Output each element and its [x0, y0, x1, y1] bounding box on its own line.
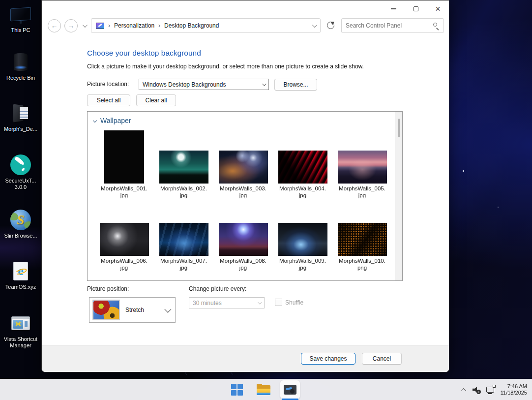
wallpaper-star: [498, 207, 499, 208]
change-picture-select: 30 minutes: [189, 297, 265, 308]
window-x-icon: [11, 312, 30, 335]
breadcrumb[interactable]: › Personalization › Desktop Background: [91, 18, 321, 33]
save-changes-button[interactable]: Save changes: [301, 353, 355, 365]
search-input[interactable]: [346, 22, 433, 29]
chevron-down-icon: [262, 82, 266, 86]
personalization-app-icon: [284, 385, 296, 395]
close-icon: ×: [435, 4, 441, 13]
start-button[interactable]: [227, 380, 247, 399]
collapse-chevron-icon[interactable]: [93, 119, 97, 123]
recycle-bin-icon: [14, 51, 28, 73]
browse-button[interactable]: Browse...: [274, 79, 317, 91]
picture-location-select[interactable]: Windows Desktop Backgrounds: [139, 79, 269, 90]
system-tray: × 7:46 AM 11/18/2025: [463, 379, 527, 400]
dialog-footer: Save changes Cancel: [42, 345, 449, 372]
wallpaper-filename: MorphsWalls_006.jpg: [101, 257, 148, 271]
wallpaper-item[interactable]: MorphsWalls_009.jpg: [273, 223, 332, 271]
desktop-icon-label: Recycle Bin: [6, 75, 35, 81]
shuffle-label: Shuffle: [285, 299, 303, 306]
wallpaper-item[interactable]: MorphsWalls_007.jpg: [154, 223, 213, 271]
select-all-button[interactable]: Select all: [87, 94, 130, 106]
desktop-icon-slimbrowser[interactable]: S SlimBrowse...: [0, 209, 41, 239]
desktop-icon-morphs-de[interactable]: Morph's_De...: [0, 102, 41, 132]
wallpaper-filename: MorphsWalls_002.jpg: [160, 185, 207, 199]
back-button[interactable]: ←: [48, 19, 61, 32]
wallpaper-thumbnail[interactable]: [338, 223, 387, 256]
forward-arrow-icon: →: [68, 22, 75, 30]
wallpaper-filename: MorphsWalls_010.png: [339, 257, 385, 271]
picture-location-value: Windows Desktop Backgrounds: [143, 81, 226, 88]
network-icon[interactable]: [486, 387, 494, 393]
page-title: Choose your desktop background: [87, 49, 201, 58]
search-box[interactable]: [341, 18, 444, 33]
wallpaper-filename: MorphsWalls_001.jpg: [101, 185, 148, 199]
forward-button[interactable]: →: [64, 19, 78, 32]
wallpaper-filename: MorphsWalls_004.jpg: [279, 185, 326, 199]
wallpaper-item[interactable]: MorphsWalls_002.jpg: [154, 130, 213, 199]
wallpaper-item[interactable]: MorphsWalls_006.jpg: [94, 223, 154, 271]
wallpaper-filename: MorphsWalls_009.jpg: [279, 257, 326, 271]
picture-location-label: Picture location:: [87, 81, 129, 88]
wallpaper-filename: MorphsWalls_003.jpg: [220, 185, 266, 199]
wallpaper-thumbnail[interactable]: [159, 151, 208, 184]
desktop-icon-label: SlimBrowse...: [4, 233, 37, 239]
internet-shortcut-icon: e: [13, 260, 28, 282]
taskbar: × 7:46 AM 11/18/2025: [0, 379, 532, 400]
shuffle-checkbox: [275, 299, 282, 306]
minimize-button[interactable]: [383, 0, 405, 17]
desktop-icon-vista-shortcut-manager[interactable]: Vista Shortcut Manager: [0, 312, 41, 349]
close-button[interactable]: ×: [427, 0, 449, 17]
wallpaper-thumbnail[interactable]: [104, 130, 144, 184]
wallpaper-gallery[interactable]: Wallpaper MorphsWalls_001.jpg MorphsWall…: [87, 111, 403, 281]
wallpaper-item[interactable]: MorphsWalls_003.jpg: [213, 130, 273, 199]
control-panel-taskbar-button[interactable]: [280, 380, 300, 399]
shuffle-option: Shuffle: [275, 299, 303, 306]
breadcrumb-separator: ›: [158, 22, 160, 29]
picture-position-label: Picture position:: [87, 285, 129, 292]
maximize-button[interactable]: [405, 0, 427, 17]
title-bar[interactable]: ×: [42, 0, 449, 17]
cancel-button[interactable]: Cancel: [362, 353, 402, 365]
desktop-icon-recycle-bin[interactable]: Recycle Bin: [0, 51, 41, 81]
wallpaper-thumbnail[interactable]: [219, 151, 268, 184]
wallpaper-item[interactable]: MorphsWalls_004.jpg: [273, 130, 332, 199]
page-subtitle: Click a picture to make it your desktop …: [87, 63, 364, 70]
wallpaper-item[interactable]: MorphsWalls_001.jpg: [94, 130, 154, 199]
hidden-icons-chevron-icon[interactable]: [461, 388, 466, 393]
clear-all-button[interactable]: Clear all: [136, 94, 176, 106]
wallpaper-thumbnail[interactable]: [278, 151, 327, 184]
wallpaper-group-header[interactable]: Wallpaper: [93, 116, 402, 125]
volume-muted-icon[interactable]: ×: [473, 387, 480, 393]
file-explorer-button[interactable]: [254, 380, 273, 399]
address-dropdown-chevron-icon[interactable]: [312, 23, 317, 28]
wallpaper-thumbnail[interactable]: [100, 223, 149, 256]
breadcrumb-item-desktop-background[interactable]: Desktop Background: [164, 22, 219, 29]
desktop: { "desktop": { "icons": [ { "label": "Th…: [0, 0, 532, 400]
refresh-button[interactable]: [325, 20, 336, 31]
chevron-down-icon: [258, 300, 262, 304]
wallpaper-item[interactable]: MorphsWalls_005.jpg: [332, 130, 392, 199]
wallpaper-thumbnail[interactable]: [159, 223, 208, 256]
desktop-icon-teamos[interactable]: e TeamOS.xyz: [0, 260, 41, 290]
wallpaper-thumbnail[interactable]: [338, 151, 387, 184]
desktop-icon-secureuxt[interactable]: SecureUxT... 3.0.0: [0, 154, 41, 190]
recent-locations-chevron-icon[interactable]: [83, 23, 88, 28]
breadcrumb-separator: ›: [108, 22, 110, 29]
wallpaper-item[interactable]: MorphsWalls_010.png: [332, 223, 392, 271]
desktop-icon-label: TeamOS.xyz: [5, 284, 36, 290]
desktop-icon-this-pc[interactable]: This PC: [0, 3, 41, 33]
minimize-icon: [391, 8, 396, 9]
desktop-icon-label: SecureUxT... 3.0.0: [5, 178, 36, 190]
wallpaper-thumbnail[interactable]: [278, 223, 327, 256]
taskbar-clock[interactable]: 7:46 AM 11/18/2025: [501, 383, 527, 397]
picture-position-select[interactable]: Stretch: [89, 297, 176, 323]
maximize-icon: [414, 6, 418, 11]
breadcrumb-item-personalization[interactable]: Personalization: [114, 22, 154, 29]
wallpaper-filename: MorphsWalls_007.jpg: [160, 257, 207, 271]
chevron-down-icon: [164, 306, 171, 313]
gallery-scrollbar[interactable]: [395, 112, 402, 280]
back-arrow-icon: ←: [51, 22, 58, 30]
gallery-scrollbar-thumb[interactable]: [398, 119, 400, 137]
wallpaper-thumbnail[interactable]: [219, 223, 268, 256]
wallpaper-item[interactable]: MorphsWalls_008.jpg: [213, 223, 273, 271]
